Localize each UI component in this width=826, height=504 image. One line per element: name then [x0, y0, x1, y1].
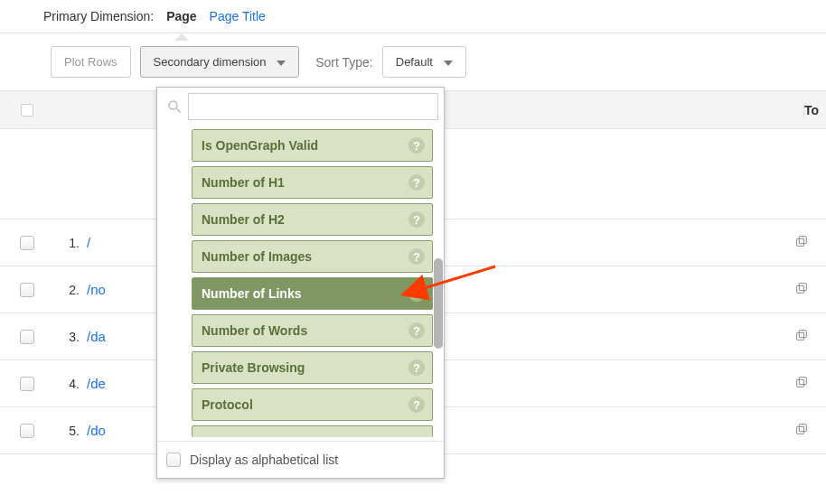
open-external-icon[interactable] [794, 234, 809, 251]
dimension-option[interactable]: Number of Words [192, 314, 433, 347]
primary-dimension-bar: Primary Dimension: Page Page Title [0, 0, 826, 33]
plot-rows-button[interactable]: Plot Rows [51, 46, 131, 78]
help-icon[interactable] [408, 137, 425, 154]
svg-rect-3 [799, 284, 806, 291]
open-external-icon[interactable] [794, 281, 809, 298]
dimension-option[interactable]: Protocol [192, 388, 433, 421]
row-number: 1. [54, 236, 87, 250]
svg-point-10 [169, 101, 177, 109]
row-checkbox[interactable] [20, 283, 34, 297]
dimension-option[interactable]: Number of H2 [192, 203, 433, 236]
dropdown-scrollbar[interactable] [434, 258, 443, 349]
help-icon[interactable] [408, 248, 425, 265]
dimension-option[interactable]: Number of Images [192, 240, 433, 273]
primary-dimension-page[interactable]: Page [166, 9, 196, 23]
dimension-option-number-of-links[interactable]: Number of Links [192, 277, 433, 310]
alphabetical-list-checkbox[interactable] [166, 453, 181, 467]
control-bar: Plot Rows Secondary dimension Sort Type:… [0, 33, 826, 91]
help-icon[interactable] [408, 359, 425, 376]
svg-rect-0 [796, 238, 803, 246]
page-link[interactable]: / [87, 235, 90, 250]
svg-rect-4 [796, 332, 803, 340]
dimension-option-label: Protocol [202, 397, 253, 412]
svg-rect-9 [799, 425, 806, 432]
help-icon[interactable] [408, 174, 425, 191]
row-number: 4. [54, 377, 87, 391]
dimension-option-label: Number of Words [202, 323, 307, 338]
secondary-dimension-label: Secondary dimension [154, 55, 267, 69]
dimension-option[interactable]: Private Browsing [192, 351, 433, 384]
svg-rect-1 [799, 237, 806, 244]
row-checkbox[interactable] [20, 424, 34, 438]
dimension-option[interactable]: Number of H1 [192, 166, 433, 199]
dimension-option-label: Private Browsing [202, 360, 305, 375]
page-link[interactable]: /da [87, 329, 106, 344]
row-number: 5. [54, 424, 87, 438]
sort-type-value: Default [396, 55, 433, 69]
dimension-option[interactable]: Is OpenGraph Valid [192, 129, 433, 162]
open-external-icon[interactable] [794, 422, 809, 439]
dimension-option-label: Number of H2 [202, 212, 285, 227]
primary-dimension-page-title[interactable]: Page Title [210, 9, 266, 23]
svg-rect-2 [796, 285, 803, 293]
secondary-dimension-button[interactable]: Secondary dimension [140, 46, 300, 78]
dimension-option-label: Number of Images [202, 249, 312, 264]
row-checkbox[interactable] [20, 330, 34, 344]
page-link[interactable]: /do [87, 423, 106, 438]
dimension-option-label: Number of Links [202, 286, 301, 301]
column-header-next: To [804, 103, 826, 117]
dropdown-list: Is OpenGraph Valid Number of H1 Number o… [157, 127, 444, 437]
dimension-option-label: Number of H1 [202, 175, 285, 190]
help-icon[interactable] [408, 211, 425, 228]
svg-rect-6 [796, 379, 803, 387]
row-number: 2. [54, 283, 87, 297]
svg-rect-7 [799, 378, 806, 385]
svg-rect-5 [799, 331, 806, 338]
row-checkbox[interactable] [20, 377, 34, 391]
open-external-icon[interactable] [794, 375, 809, 392]
search-icon [166, 98, 183, 115]
primary-dimension-label: Primary Dimension: [43, 9, 154, 23]
row-number: 3. [54, 330, 87, 344]
dropdown-search-row [157, 88, 444, 127]
sort-type-button[interactable]: Default [382, 46, 466, 78]
dropdown-footer: Display as alphabetical list [157, 441, 444, 478]
header-checkbox-cell [0, 104, 54, 117]
dropdown-search-input[interactable] [188, 93, 438, 120]
dimension-option-label: Is OpenGraph Valid [202, 138, 318, 153]
caret-down-icon [277, 61, 286, 66]
help-icon[interactable] [408, 285, 425, 302]
select-all-checkbox[interactable] [21, 104, 33, 117]
help-icon[interactable] [408, 322, 425, 339]
alphabetical-list-label: Display as alphabetical list [190, 453, 338, 467]
sort-type-label: Sort Type: [315, 55, 373, 70]
dimension-option-partial[interactable] [192, 425, 433, 437]
row-checkbox[interactable] [20, 236, 34, 250]
page-link[interactable]: /no [87, 282, 106, 297]
page-link[interactable]: /de [87, 376, 106, 391]
svg-rect-8 [796, 426, 803, 434]
open-external-icon[interactable] [794, 328, 809, 345]
svg-line-11 [176, 108, 181, 113]
help-icon[interactable] [408, 397, 425, 413]
caret-down-icon [444, 61, 453, 66]
secondary-dimension-dropdown: Is OpenGraph Valid Number of H1 Number o… [156, 87, 445, 479]
